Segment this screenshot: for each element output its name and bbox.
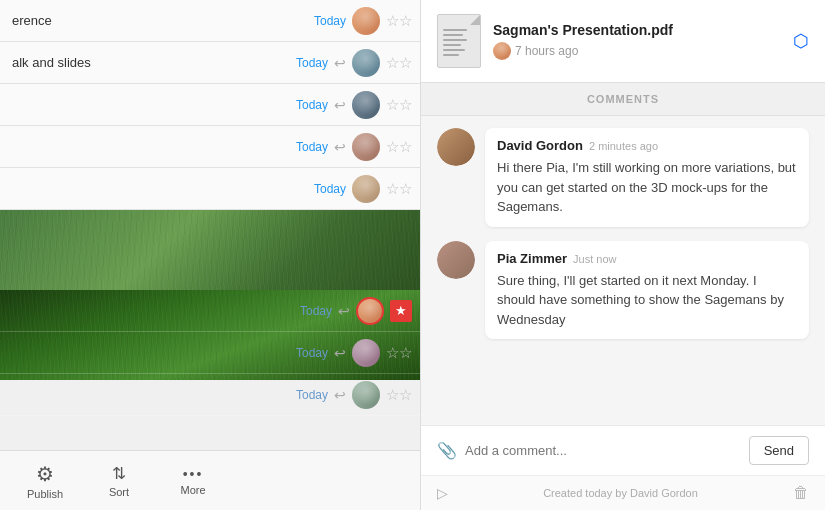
file-line: [443, 29, 467, 31]
reply-icon: ↩: [338, 303, 350, 319]
star-icon[interactable]: ☆: [386, 180, 412, 198]
bottom-toolbar: ⚙ Publish ⇅ Sort ••• More: [0, 450, 420, 510]
reply-icon: ↩: [334, 97, 346, 113]
dropbox-icon: ⬡: [793, 30, 809, 52]
comment-item: David Gordon 2 minutes ago Hi there Pia,…: [437, 128, 809, 227]
star-icon[interactable]: ☆: [386, 54, 412, 72]
file-icon: [437, 14, 481, 68]
file-line: [443, 34, 463, 36]
list-item[interactable]: Today ↩ ☆: [0, 84, 420, 126]
reply-icon: ↩: [334, 139, 346, 155]
file-lines: [443, 29, 467, 56]
avatar: [352, 7, 380, 35]
comment-header: David Gordon 2 minutes ago: [497, 138, 797, 153]
image-row-1: [0, 210, 420, 290]
star-icon[interactable]: ☆: [386, 96, 412, 114]
item-right: Today ↩ ☆: [296, 49, 412, 77]
file-info: Sagman's Presentation.pdf 7 hours ago: [493, 22, 781, 60]
comment-avatar: [437, 241, 475, 279]
list-item[interactable]: erence Today ☆: [0, 0, 420, 42]
comment-footer: ▷ Created today by David Gordon 🗑: [421, 475, 825, 510]
list-item[interactable]: alk and slides Today ↩ ☆: [0, 42, 420, 84]
comment-item: Pia Zimmer Just now Sure thing, I'll get…: [437, 241, 809, 340]
comments-list: David Gordon 2 minutes ago Hi there Pia,…: [421, 116, 825, 425]
file-name: Sagman's Presentation.pdf: [493, 22, 781, 38]
comment-author: David Gordon: [497, 138, 583, 153]
list-item[interactable]: Today ↩: [0, 290, 420, 332]
avatar: [352, 133, 380, 161]
trash-icon[interactable]: 🗑: [793, 484, 809, 502]
star-icon[interactable]: ☆: [386, 12, 412, 30]
item-right: Today ↩ ☆: [296, 381, 412, 409]
list-item[interactable]: Today ↩ ☆: [0, 126, 420, 168]
comment-time: Just now: [573, 253, 616, 265]
item-right: Today ↩ ☆: [296, 339, 412, 367]
item-right: Today ↩: [300, 297, 412, 325]
avatar: [352, 339, 380, 367]
file-time-text: 7 hours ago: [515, 44, 578, 58]
item-date: Today: [314, 14, 346, 28]
star-icon[interactable]: ☆: [386, 386, 412, 404]
comments-section-label: COMMENTS: [421, 83, 825, 116]
item-right: Today ☆: [314, 175, 412, 203]
list-item[interactable]: Today ↩ ☆: [0, 374, 420, 416]
sort-label: Sort: [109, 486, 129, 498]
file-line: [443, 49, 465, 51]
avatar: [352, 381, 380, 409]
publish-button[interactable]: ⚙ Publish: [10, 456, 80, 506]
publish-label: Publish: [27, 488, 63, 500]
star-icon[interactable]: [390, 300, 412, 322]
send-button[interactable]: Send: [749, 436, 809, 465]
file-uploader-avatar: [493, 42, 511, 60]
comment-text: Hi there Pia, I'm still working on more …: [497, 158, 797, 217]
footer-created-text: Created today by David Gordon: [543, 487, 698, 499]
file-line: [443, 54, 459, 56]
item-date: Today: [296, 56, 328, 70]
reply-icon: ↩: [334, 55, 346, 71]
comment-input-area: 📎 Send: [421, 425, 825, 475]
item-right: Today ☆: [314, 7, 412, 35]
file-header: Sagman's Presentation.pdf 7 hours ago ⬡: [421, 0, 825, 83]
item-date: Today: [296, 98, 328, 112]
comment-text: Sure thing, I'll get started on it next …: [497, 271, 797, 330]
comment-time: 2 minutes ago: [589, 140, 658, 152]
publish-icon: ⚙: [36, 462, 54, 486]
more-button[interactable]: ••• More: [158, 456, 228, 506]
list-item[interactable]: Today ☆: [0, 168, 420, 210]
paperclip-icon: 📎: [437, 441, 457, 460]
more-label: More: [180, 484, 205, 496]
more-icon: •••: [183, 466, 204, 482]
right-panel: Sagman's Presentation.pdf 7 hours ago ⬡ …: [420, 0, 825, 510]
left-panel: erence Today ☆ alk and slides Today ↩ ☆ …: [0, 0, 420, 510]
item-date: Today: [296, 388, 328, 402]
comment-avatar: [437, 128, 475, 166]
comment-bubble: David Gordon 2 minutes ago Hi there Pia,…: [485, 128, 809, 227]
item-date: Today: [296, 346, 328, 360]
comment-header: Pia Zimmer Just now: [497, 251, 797, 266]
avatar: [352, 175, 380, 203]
reply-icon: ↩: [334, 387, 346, 403]
item-date: Today: [314, 182, 346, 196]
list-item[interactable]: Today ↩ ☆: [0, 332, 420, 374]
item-right: Today ↩ ☆: [296, 91, 412, 119]
avatar: [352, 91, 380, 119]
file-time: 7 hours ago: [493, 42, 781, 60]
avatar: [356, 297, 384, 325]
avatar: [352, 49, 380, 77]
file-line: [443, 44, 461, 46]
star-icon[interactable]: ☆: [386, 138, 412, 156]
comment-input[interactable]: [465, 443, 741, 458]
comment-bubble: Pia Zimmer Just now Sure thing, I'll get…: [485, 241, 809, 340]
star-icon[interactable]: ☆: [386, 344, 412, 362]
item-date: Today: [296, 140, 328, 154]
comment-author: Pia Zimmer: [497, 251, 567, 266]
sort-icon: ⇅: [112, 463, 126, 484]
list-area: erence Today ☆ alk and slides Today ↩ ☆ …: [0, 0, 420, 450]
item-date: Today: [300, 304, 332, 318]
item-label: erence: [8, 13, 52, 28]
reply-icon: ↩: [334, 345, 346, 361]
navigate-icon[interactable]: ▷: [437, 485, 448, 501]
item-label: alk and slides: [8, 55, 91, 70]
file-line: [443, 39, 467, 41]
sort-button[interactable]: ⇅ Sort: [84, 456, 154, 506]
